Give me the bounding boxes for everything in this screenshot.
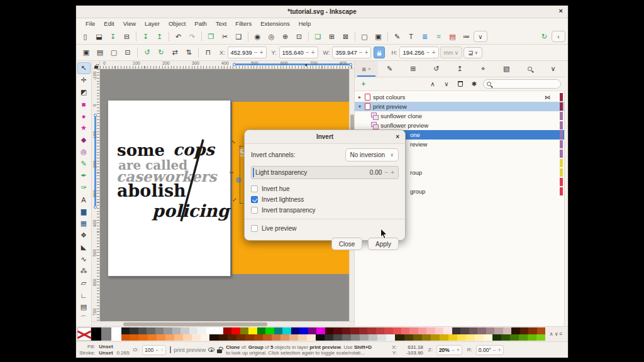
menu-file[interactable]: File xyxy=(81,20,99,27)
invert-dialog-header[interactable]: Invert × xyxy=(245,130,405,144)
objects-panel-tab[interactable]: ≡× xyxy=(355,61,378,77)
undo-icon[interactable]: ↶ xyxy=(172,30,185,43)
snap-settings-tab[interactable]: ⌖ xyxy=(472,61,495,77)
palette-swatch[interactable] xyxy=(231,327,240,334)
palette-swatch[interactable] xyxy=(452,327,460,334)
palette-swatch[interactable] xyxy=(183,334,192,341)
opacity-spinbox[interactable]: 100−+ xyxy=(142,345,166,355)
palette-swatch[interactable] xyxy=(245,334,254,341)
highlight-color-tag[interactable] xyxy=(560,93,563,101)
select-all-icon[interactable]: ▢ xyxy=(358,30,371,43)
menu-view[interactable]: View xyxy=(119,20,140,27)
import-icon[interactable]: ↧ xyxy=(139,30,152,43)
box3d-tool-icon[interactable]: ◆ xyxy=(77,134,91,146)
ruler-corner-lock-icon[interactable] xyxy=(92,61,100,69)
palette-swatch[interactable] xyxy=(121,334,130,341)
move-options-dropdown[interactable]: ⊒∨ xyxy=(464,47,482,58)
fill-stroke-tab[interactable]: ✎ xyxy=(378,61,401,77)
shape-builder-tool-icon[interactable]: ◩ xyxy=(77,86,91,98)
palette-swatch[interactable] xyxy=(263,334,272,341)
text-dialog-icon[interactable]: T xyxy=(404,30,418,43)
more-tabs[interactable]: ∨ xyxy=(541,61,565,77)
palette-swatch[interactable] xyxy=(316,327,325,334)
y-field[interactable]: 155.640−+ xyxy=(279,47,318,58)
rotate-cw-icon[interactable]: ↻ xyxy=(155,47,167,58)
highlight-color-tag[interactable] xyxy=(560,159,563,167)
undo-history-tab[interactable]: ↺ xyxy=(425,61,448,77)
palette-swatch[interactable] xyxy=(289,334,298,341)
palette-swatch[interactable] xyxy=(431,334,440,341)
palette-swatch[interactable] xyxy=(435,327,443,334)
palette-swatch[interactable] xyxy=(393,327,401,334)
palette-swatch[interactable] xyxy=(367,327,375,334)
palette-scroll-up-icon[interactable]: ∧ xyxy=(550,331,553,337)
palette-swatch[interactable] xyxy=(201,334,209,341)
menu-edit[interactable]: Edit xyxy=(99,20,118,27)
palette-swatch[interactable] xyxy=(236,334,245,341)
pen-tool-icon[interactable]: ✒ xyxy=(77,170,91,182)
export-icon[interactable]: ↥ xyxy=(153,30,166,43)
eraser-tool-icon[interactable]: ▱ xyxy=(77,277,91,289)
panel-settings-button[interactable]: ✱ xyxy=(469,79,479,89)
expander-icon[interactable]: ▸ xyxy=(358,94,365,100)
palette-swatch[interactable] xyxy=(520,327,528,334)
menu-path[interactable]: Path xyxy=(190,20,211,27)
document-open-icon[interactable]: ⬓ xyxy=(92,30,106,43)
window-close-button[interactable]: × xyxy=(559,7,563,14)
palette-swatch[interactable] xyxy=(386,334,395,341)
align-distribute-tab[interactable]: ⊞ xyxy=(401,61,425,77)
ellipse-tool-icon[interactable]: ● xyxy=(77,110,91,122)
highlight-color-tag[interactable] xyxy=(560,178,563,186)
dropper-tool-icon[interactable]: ❖ xyxy=(77,229,91,241)
snap-bar-collapse-button[interactable]: ‹ xyxy=(552,31,565,42)
palette-swatch[interactable] xyxy=(307,334,316,341)
invert-hue-checkbox[interactable]: Invert hue xyxy=(251,184,399,194)
palette-swatch[interactable] xyxy=(494,327,502,334)
palette-swatch[interactable] xyxy=(325,327,333,334)
trace-bitmap-tab[interactable]: ▧ xyxy=(495,61,518,77)
palette-swatch[interactable] xyxy=(299,327,308,334)
spiral-tool-icon[interactable]: ◎ xyxy=(77,146,91,158)
highlight-color-tag[interactable] xyxy=(560,150,563,158)
palette-swatch[interactable] xyxy=(492,334,501,341)
palette-swatch[interactable] xyxy=(536,334,545,341)
document-print-icon[interactable]: ⊟ xyxy=(120,30,133,43)
delete-item-button[interactable] xyxy=(455,79,465,89)
palette-swatch[interactable] xyxy=(91,327,101,341)
palette-swatch[interactable] xyxy=(165,334,174,341)
palette-swatch[interactable] xyxy=(486,327,494,334)
duplicate-icon[interactable]: ❏ xyxy=(311,30,325,43)
invert-channels-dropdown[interactable]: No inversion∨ xyxy=(345,148,399,162)
palette-swatch[interactable] xyxy=(147,327,155,334)
cut-icon[interactable]: ✂ xyxy=(218,30,231,43)
layers-dialog-icon[interactable]: ≔ xyxy=(460,30,473,43)
object-row[interactable]: sunflower clone xyxy=(355,111,564,121)
palette-swatch[interactable] xyxy=(157,334,165,341)
palette-swatch[interactable] xyxy=(121,327,130,334)
palette-swatch[interactable] xyxy=(189,327,197,334)
fill-stroke-dialog-icon[interactable]: ✎ xyxy=(391,30,404,43)
palette-swatch[interactable] xyxy=(291,327,299,334)
palette-swatch[interactable] xyxy=(248,327,257,334)
node-tool-icon[interactable]: ✛ xyxy=(77,74,91,86)
palette-swatch[interactable] xyxy=(384,327,392,334)
palette-swatch[interactable] xyxy=(342,334,351,341)
palette-swatch[interactable] xyxy=(376,327,384,334)
vertical-ruler[interactable]: -1000100200300400500600700 xyxy=(92,69,100,321)
palette-swatch[interactable] xyxy=(172,327,180,334)
palette-swatch[interactable] xyxy=(223,327,231,334)
rectangle-tool-icon[interactable]: ■ xyxy=(77,98,91,110)
tweak-tool-icon[interactable]: ∿ xyxy=(77,253,91,265)
palette-swatch[interactable] xyxy=(350,327,358,334)
palette-swatch[interactable] xyxy=(351,334,360,341)
horizontal-scrollbar[interactable] xyxy=(92,321,354,326)
palette-swatch[interactable] xyxy=(395,334,404,341)
palette-swatch[interactable] xyxy=(484,334,492,341)
palette-swatch[interactable] xyxy=(501,334,510,341)
zoom-page-icon[interactable]: ⊕ xyxy=(279,30,292,43)
redo-icon[interactable]: ↷ xyxy=(186,30,199,43)
align-dialog-icon[interactable]: ≣ xyxy=(418,30,431,43)
palette-swatch[interactable] xyxy=(192,334,201,341)
zoom-drawing-icon[interactable]: ◎ xyxy=(265,30,278,43)
palette-swatch[interactable] xyxy=(409,327,418,334)
